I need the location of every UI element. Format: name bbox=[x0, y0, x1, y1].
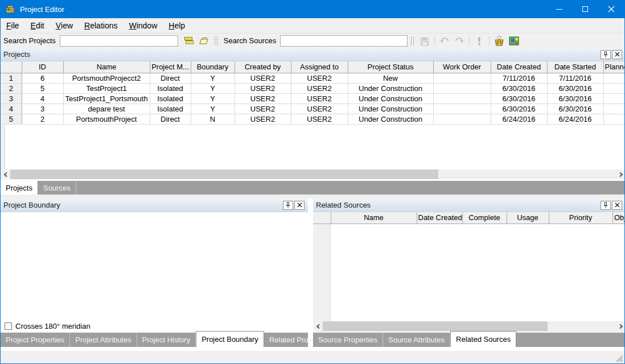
column-header-complete[interactable]: Complete bbox=[462, 212, 507, 224]
menu-item-file[interactable]: File bbox=[1, 18, 25, 33]
grid-cell[interactable] bbox=[433, 93, 491, 104]
grid-cell[interactable]: 6/30/2016 bbox=[547, 83, 603, 93]
boundary-pin-button[interactable] bbox=[283, 201, 293, 210]
grid-cell[interactable]: Under Construction bbox=[348, 93, 433, 104]
menu-item-help[interactable]: Help bbox=[163, 18, 191, 33]
tab-related-sources[interactable]: Related Sources bbox=[450, 331, 516, 347]
grid-cell[interactable]: Y bbox=[191, 73, 235, 83]
grid-cell[interactable]: USER2 bbox=[291, 73, 348, 83]
column-header-planne[interactable]: Planne bbox=[603, 61, 625, 73]
grid-cell[interactable]: 6/24/2016 bbox=[547, 114, 603, 124]
grid-cell[interactable]: Under Construction bbox=[348, 114, 433, 124]
grid-cell[interactable] bbox=[603, 114, 625, 124]
scroll-left-button[interactable] bbox=[313, 321, 323, 331]
related-horizontal-scrollbar[interactable] bbox=[313, 321, 625, 331]
grid-cell[interactable]: Isolated bbox=[150, 93, 191, 104]
grid-cell[interactable] bbox=[603, 104, 625, 114]
grid-cell[interactable] bbox=[433, 114, 491, 124]
column-header-name[interactable]: Name bbox=[63, 61, 150, 73]
column-header-name[interactable]: Name bbox=[331, 212, 417, 224]
grid-cell[interactable]: Y bbox=[191, 104, 235, 114]
search-projects-input[interactable] bbox=[60, 35, 178, 47]
projects-pin-button[interactable] bbox=[601, 50, 611, 59]
grid-cell[interactable]: 3 bbox=[22, 104, 63, 114]
tab-sources[interactable]: Sources bbox=[38, 181, 76, 195]
grid-cell[interactable]: PortsmouthProjecct2 bbox=[63, 73, 150, 83]
grid-cell[interactable] bbox=[433, 83, 491, 93]
column-header-date-started[interactable]: Date Started bbox=[547, 61, 603, 73]
projects-close-button[interactable] bbox=[612, 50, 622, 59]
row-header-cell[interactable]: 5 bbox=[1, 114, 22, 124]
close-button[interactable] bbox=[598, 0, 624, 18]
grid-cell[interactable] bbox=[603, 93, 625, 104]
grid-cell[interactable]: USER2 bbox=[291, 93, 348, 104]
grid-cell[interactable]: TestProject1_Portsmouth bbox=[63, 93, 150, 104]
grid-cell[interactable]: 6/30/2016 bbox=[491, 104, 547, 114]
column-header-project-status[interactable]: Project Status bbox=[348, 61, 433, 73]
resize-grip-icon[interactable] bbox=[616, 355, 623, 362]
related-close-button[interactable] bbox=[612, 201, 622, 210]
row-header-cell[interactable]: 4 bbox=[1, 104, 22, 114]
grid-cell[interactable]: depare test bbox=[63, 104, 150, 114]
column-header-date-created[interactable]: Date Created bbox=[417, 212, 462, 224]
grid-cell[interactable]: Isolated bbox=[150, 83, 191, 93]
grid-cell[interactable]: Y bbox=[191, 83, 235, 93]
open-tray-button[interactable] bbox=[196, 34, 211, 47]
menu-item-edit[interactable]: Edit bbox=[25, 18, 50, 33]
column-header-created-by[interactable]: Created by bbox=[235, 61, 291, 73]
grid-cell[interactable]: N bbox=[191, 114, 235, 124]
grid-cell[interactable]: TestProject1 bbox=[63, 83, 150, 93]
column-header-usage[interactable]: Usage bbox=[507, 212, 549, 224]
grid-cell[interactable]: USER2 bbox=[291, 83, 348, 93]
grid-cell[interactable]: 6/30/2016 bbox=[491, 93, 547, 104]
grid-cell[interactable]: 6/30/2016 bbox=[547, 93, 603, 104]
menu-item-view[interactable]: View bbox=[50, 18, 79, 33]
grid-cell[interactable]: USER2 bbox=[235, 104, 291, 114]
grid-cell[interactable]: Direct bbox=[150, 73, 191, 83]
tab-project-attributes[interactable]: Project Attributes bbox=[70, 333, 137, 347]
grid-cell[interactable] bbox=[433, 104, 491, 114]
row-header-corner[interactable] bbox=[313, 212, 331, 224]
grid-cell[interactable] bbox=[433, 73, 491, 83]
tab-source-properties[interactable]: Source Properties bbox=[313, 333, 383, 347]
tab-source-attributes[interactable]: Source Attributes bbox=[383, 333, 450, 347]
tab-project-properties[interactable]: Project Properties bbox=[1, 333, 70, 347]
stacked-cards-button[interactable] bbox=[182, 34, 196, 47]
column-header-obj[interactable]: Obj bbox=[612, 212, 625, 224]
row-header-cell[interactable]: 3 bbox=[1, 93, 22, 104]
tab-project-history[interactable]: Project History bbox=[137, 333, 196, 347]
grid-cell[interactable]: USER2 bbox=[235, 93, 291, 104]
row-header-corner[interactable] bbox=[1, 61, 22, 73]
map-button[interactable] bbox=[507, 34, 521, 47]
minimize-button[interactable] bbox=[546, 0, 572, 18]
grid-cell[interactable]: 6/30/2016 bbox=[547, 104, 603, 114]
validate-button[interactable] bbox=[472, 34, 487, 47]
scroll-thumb[interactable] bbox=[10, 169, 438, 179]
undo-button[interactable] bbox=[437, 34, 452, 47]
grid-cell[interactable]: New bbox=[348, 73, 433, 83]
basket-button[interactable] bbox=[492, 34, 507, 47]
maximize-button[interactable] bbox=[572, 0, 598, 18]
scroll-left-button[interactable] bbox=[1, 169, 10, 179]
crosses-meridian-checkbox[interactable] bbox=[5, 322, 12, 330]
column-header-project-m[interactable]: Project M... bbox=[150, 61, 191, 73]
grid-cell[interactable]: Y bbox=[191, 93, 235, 104]
grid-cell[interactable]: PortsmouthProject bbox=[63, 114, 150, 124]
column-header-id[interactable]: ID bbox=[22, 61, 63, 73]
grid-cell[interactable]: 7/11/2016 bbox=[491, 73, 547, 83]
grid-cell[interactable]: 7/11/2016 bbox=[547, 73, 603, 83]
row-header-cell[interactable]: 2 bbox=[1, 83, 22, 93]
grid-cell[interactable]: 6/24/2016 bbox=[491, 114, 547, 124]
grid-cell[interactable]: 2 bbox=[22, 114, 63, 124]
row-header-cell[interactable]: 1 bbox=[1, 73, 22, 83]
grid-cell[interactable]: Under Construction bbox=[348, 104, 433, 114]
column-header-priority[interactable]: Priority bbox=[549, 212, 612, 224]
grid-cell[interactable]: 6/30/2016 bbox=[491, 83, 547, 93]
menu-item-relations[interactable]: Relations bbox=[79, 18, 123, 33]
save-button[interactable] bbox=[417, 34, 432, 47]
grid-cell[interactable]: USER2 bbox=[235, 83, 291, 93]
grid-cell[interactable]: USER2 bbox=[235, 73, 291, 83]
column-header-assigned-to[interactable]: Assigned to bbox=[291, 61, 348, 73]
grid-cell[interactable]: Direct bbox=[150, 114, 191, 124]
menu-item-window[interactable]: Window bbox=[123, 18, 163, 33]
